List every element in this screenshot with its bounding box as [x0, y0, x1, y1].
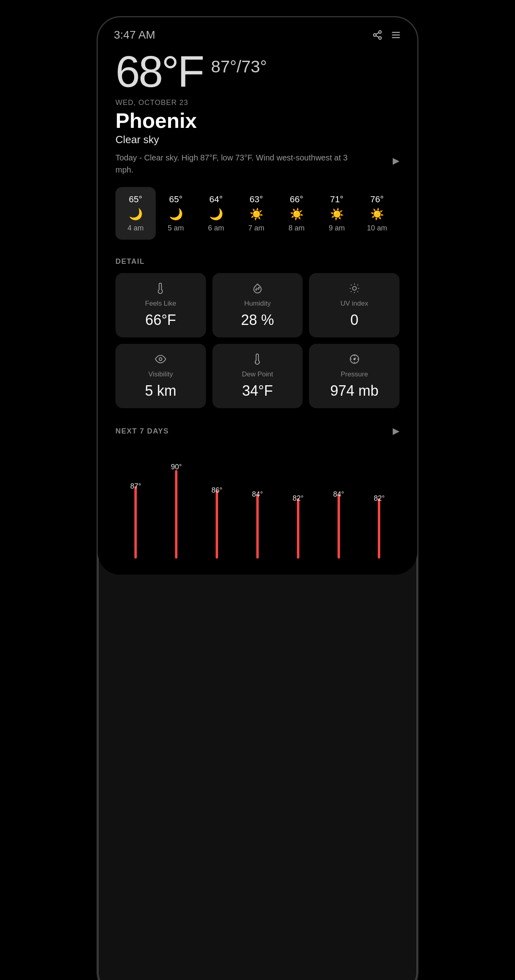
svg-line-14: [357, 285, 358, 286]
phone-frame: 3:47 AM 68°F 87°/73°: [97, 16, 418, 980]
time-display: 3:47 AM: [114, 29, 155, 41]
detail-value-1: 28 %: [241, 312, 274, 329]
day-bar-4: [297, 498, 299, 559]
hourly-icon-4: ☀️: [290, 209, 304, 220]
side-button-right: [417, 130, 418, 170]
hourly-temp-3: 63°: [249, 194, 263, 205]
description-chevron-icon[interactable]: ▶: [393, 156, 400, 166]
detail-icon-2: [349, 283, 360, 296]
hourly-icon-1: 🌙: [169, 209, 183, 220]
day-bar-3: [256, 494, 259, 559]
next7-chevron-icon[interactable]: ▶: [393, 426, 400, 436]
detail-grid: Feels Like 66°F Humidity 28 % UV index 0…: [115, 273, 400, 408]
hourly-item-2[interactable]: 64° 🌙 6 am: [196, 187, 236, 240]
day-temp-1: 90°: [171, 463, 182, 471]
next7-chart: 87° 90° 86° 84° 82° 84° 82°: [115, 446, 400, 559]
hourly-time-0: 4 am: [128, 224, 144, 232]
hourly-item-6[interactable]: 76° ☀️ 10 am: [357, 187, 397, 240]
detail-value-0: 66°F: [145, 312, 176, 329]
day-bar-col-5: 84°: [338, 466, 340, 559]
notch: [229, 17, 286, 29]
hourly-icon-2: 🌙: [209, 209, 223, 220]
svg-point-6: [352, 286, 356, 290]
detail-icon-0: [155, 283, 166, 296]
description-row: Today - Clear sky. High 87°F, low 73°F. …: [115, 146, 400, 176]
hourly-item-1[interactable]: 65° 🌙 5 am: [156, 187, 196, 240]
detail-value-5: 974 mb: [330, 382, 379, 399]
detail-label-1: Humidity: [244, 300, 271, 308]
share-icon[interactable]: [372, 30, 383, 40]
next7-label: NEXT 7 DAYS: [115, 427, 169, 436]
detail-label-5: Pressure: [341, 370, 368, 378]
detail-label-3: Visibility: [148, 370, 173, 378]
day-temp-4: 82°: [293, 494, 303, 503]
day-temp-2: 86°: [212, 486, 222, 495]
svg-point-15: [159, 358, 162, 361]
hourly-item-0[interactable]: 65° 🌙 4 am: [115, 187, 156, 240]
day-bar-2: [216, 490, 218, 559]
detail-label-2: UV index: [340, 300, 368, 308]
detail-icon-3: [155, 353, 166, 366]
hourly-temp-5: 71°: [330, 194, 343, 205]
detail-label-4: Dew Point: [242, 370, 273, 378]
detail-value-3: 5 km: [145, 382, 176, 399]
main-content: 68°F 87°/73° WED, OCTOBER 23 Phoenix Cle…: [98, 49, 417, 575]
hourly-item-5[interactable]: 71° ☀️ 9 am: [317, 187, 357, 240]
hi-lo-text: 87°/73°: [211, 58, 267, 76]
day-bar-col-4: 82°: [297, 466, 299, 559]
svg-point-19: [354, 358, 355, 360]
svg-line-13: [351, 291, 352, 292]
day-bar-col-0: 87°: [134, 466, 137, 559]
date-display: WED, OCTOBER 23: [115, 99, 400, 107]
detail-value-2: 0: [350, 312, 358, 329]
day-bar-5: [338, 494, 340, 559]
hourly-time-6: 10 am: [367, 224, 387, 232]
detail-icon-1: [252, 283, 263, 296]
day-bar-col-1: 90°: [175, 466, 177, 559]
day-bar-col-6: 82°: [378, 466, 380, 559]
svg-line-9: [351, 285, 352, 286]
day-bar-col-3: 84°: [256, 466, 259, 559]
day-temp-0: 87°: [130, 482, 141, 491]
day-bar-1: [175, 470, 177, 559]
hourly-time-5: 9 am: [329, 224, 345, 232]
menu-icon[interactable]: [391, 30, 401, 40]
hourly-temp-6: 76°: [370, 194, 383, 205]
next7-header: NEXT 7 DAYS ▶: [115, 426, 400, 436]
detail-icon-4: [252, 353, 263, 366]
weather-description: Today - Clear sky. High 87°F, low 73°F. …: [115, 152, 349, 176]
hourly-icon-3: ☀️: [249, 209, 264, 220]
detail-section-label: DETAIL: [115, 257, 400, 266]
side-button-left: [97, 146, 98, 170]
svg-point-3: [255, 289, 256, 290]
hourly-temp-1: 65°: [169, 194, 182, 205]
hourly-icon-6: ☀️: [370, 209, 384, 220]
day-bar-6: [378, 498, 380, 559]
hourly-time-4: 8 am: [288, 224, 305, 232]
svg-line-10: [357, 291, 358, 292]
detail-icon-5: [349, 353, 360, 366]
status-icons: [372, 30, 401, 40]
svg-point-4: [258, 288, 259, 288]
hourly-forecast[interactable]: 65° 🌙 4 am 65° 🌙 5 am 64° 🌙 6 am 63° ☀️ …: [115, 187, 400, 240]
day-temp-5: 84°: [333, 490, 344, 499]
detail-label-0: Feels Like: [145, 300, 176, 308]
hourly-time-1: 5 am: [168, 224, 184, 232]
detail-card-humidity: Humidity 28 %: [212, 273, 303, 337]
detail-card-feels-like: Feels Like 66°F: [115, 273, 206, 337]
hourly-icon-5: ☀️: [330, 209, 344, 220]
city-name: Phoenix: [115, 109, 400, 133]
detail-card-pressure: Pressure 974 mb: [309, 344, 400, 408]
day-temp-6: 82°: [374, 494, 385, 503]
hourly-time-3: 7 am: [248, 224, 264, 232]
hi-lo-container: 87°/73°: [211, 58, 267, 76]
hourly-item-3[interactable]: 63° ☀️ 7 am: [236, 187, 276, 240]
current-temperature: 68°F: [115, 49, 203, 94]
temperature-row: 68°F 87°/73°: [115, 49, 400, 94]
day-temp-3: 84°: [252, 490, 263, 499]
hourly-temp-0: 65°: [129, 194, 142, 205]
detail-card-visibility: Visibility 5 km: [115, 344, 206, 408]
weather-condition: Clear sky: [115, 134, 400, 146]
hourly-item-4[interactable]: 66° ☀️ 8 am: [276, 187, 317, 240]
day-bar-0: [134, 486, 137, 559]
